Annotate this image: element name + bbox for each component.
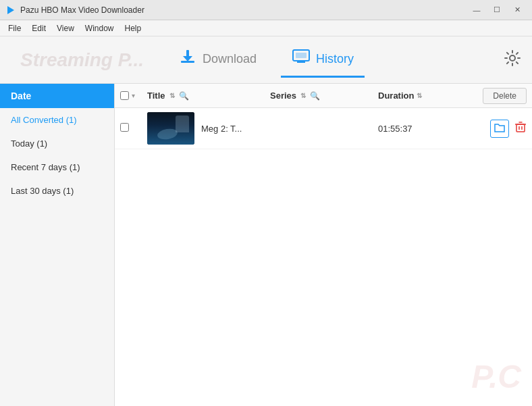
- delete-row-button[interactable]: [514, 121, 527, 136]
- delete-button[interactable]: Delete: [483, 88, 527, 104]
- tab-history[interactable]: History: [281, 42, 365, 78]
- menu-edit[interactable]: Edit: [26, 22, 51, 34]
- col-actions-header: Delete: [459, 88, 527, 104]
- open-folder-button[interactable]: [490, 120, 509, 138]
- duration-label: Duration: [378, 91, 414, 101]
- series-label: Series: [270, 91, 296, 101]
- title-bar: Pazu HBO Max Video Downloader — ☐ ✕: [0, 0, 532, 20]
- sidebar-date-header: Date: [0, 84, 114, 108]
- col-series-header: Series ⇅ 🔍: [270, 91, 378, 101]
- svg-marker-0: [7, 6, 14, 14]
- watermark: Streaming P...: [20, 49, 144, 71]
- col-duration-header: Duration ⇅: [378, 91, 459, 101]
- sidebar: Date All Converted (1) Today (1) Recent …: [0, 84, 115, 406]
- content-area: Date All Converted (1) Today (1) Recent …: [0, 84, 532, 406]
- menu-bar: File Edit View Window Help: [0, 20, 532, 36]
- search-series-icon[interactable]: 🔍: [310, 91, 320, 101]
- minimize-button[interactable]: —: [467, 3, 486, 17]
- search-title-icon[interactable]: 🔍: [179, 91, 189, 101]
- title-label: Title: [147, 91, 165, 101]
- sidebar-item-last-30[interactable]: Last 30 days (1): [0, 179, 114, 203]
- settings-button[interactable]: [504, 49, 521, 71]
- header-checkbox-col: ▾: [120, 91, 147, 100]
- row-actions: [459, 120, 527, 138]
- bottom-watermark: P.C: [471, 358, 521, 395]
- close-button[interactable]: ✕: [508, 3, 527, 17]
- download-icon: [178, 47, 197, 70]
- window-title: Pazu HBO Max Video Downloader: [20, 5, 467, 15]
- svg-marker-3: [183, 56, 192, 61]
- tab-download[interactable]: Download: [167, 42, 267, 78]
- row-duration: 01:55:37: [378, 124, 459, 134]
- download-label: Download: [203, 52, 257, 66]
- row-checkbox[interactable]: [120, 123, 129, 132]
- app-icon: [5, 5, 16, 16]
- sidebar-item-all-converted[interactable]: All Converted (1): [0, 108, 114, 132]
- menu-window[interactable]: Window: [80, 22, 119, 34]
- svg-rect-7: [296, 53, 307, 58]
- menu-help[interactable]: Help: [119, 22, 147, 34]
- sort-title-icon[interactable]: ⇅: [169, 92, 175, 99]
- table-row: Meg 2: T... 01:55:37: [115, 108, 532, 149]
- col-title-header: Title ⇅ 🔍: [147, 91, 270, 101]
- main-panel: ▾ Title ⇅ 🔍 Series ⇅ 🔍 Duration ⇅ Delete: [115, 84, 532, 406]
- settings-icon: [504, 49, 521, 67]
- thumbnail: [147, 112, 194, 145]
- svg-point-8: [510, 55, 515, 61]
- history-icon: [292, 47, 311, 70]
- menu-view[interactable]: View: [51, 22, 80, 34]
- menu-file[interactable]: File: [3, 22, 26, 34]
- sidebar-item-today[interactable]: Today (1): [0, 132, 114, 155]
- sort-duration-icon[interactable]: ⇅: [417, 92, 422, 99]
- window-controls: — ☐ ✕: [467, 3, 527, 17]
- row-title: Meg 2: T...: [201, 124, 270, 134]
- select-all-checkbox[interactable]: [120, 91, 129, 100]
- toolbar-tabs: Download History: [167, 42, 365, 78]
- row-checkbox-col: [120, 123, 147, 134]
- toolbar: Streaming P... Download Histo: [0, 36, 532, 84]
- svg-rect-9: [516, 124, 525, 132]
- thumbnail-image: [147, 112, 194, 145]
- history-label: History: [316, 52, 354, 66]
- sidebar-item-recent-7[interactable]: Recent 7 days (1): [0, 155, 114, 179]
- maximize-button[interactable]: ☐: [487, 3, 506, 17]
- chevron-down-icon: ▾: [132, 92, 135, 99]
- sort-series-icon[interactable]: ⇅: [300, 92, 306, 99]
- column-headers: ▾ Title ⇅ 🔍 Series ⇅ 🔍 Duration ⇅ Delete: [115, 84, 532, 108]
